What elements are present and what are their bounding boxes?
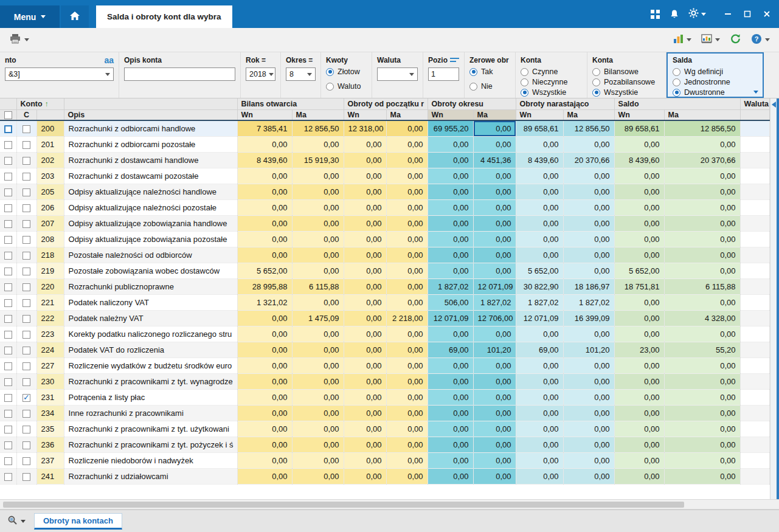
cell-obroty-od-poczatku-ma[interactable]: 0,00 bbox=[386, 247, 428, 263]
cell-obroty-okresu-wn[interactable]: 0,00 bbox=[428, 437, 473, 452]
cell-obroty-narastajaco-ma[interactable]: 0,00 bbox=[563, 389, 614, 405]
cell-obroty-okresu-ma[interactable]: 1 827,02 bbox=[473, 294, 516, 310]
cell-bilans-otwarcia-ma[interactable]: 12 856,50 bbox=[292, 120, 344, 136]
radio-wszystkie[interactable]: Wszystkie bbox=[592, 88, 661, 97]
c-cell[interactable] bbox=[16, 294, 36, 310]
notifications-bell-icon[interactable] bbox=[665, 0, 684, 28]
cell-bilans-otwarcia-wn[interactable]: 1 321,02 bbox=[237, 294, 292, 310]
cell-obroty-okresu-ma[interactable]: 0,00 bbox=[473, 358, 516, 373]
cell-saldo-wn[interactable]: 0,00 bbox=[614, 184, 664, 199]
sub-header-opis[interactable]: Opis bbox=[64, 109, 237, 120]
cell-obroty-okresu-wn[interactable]: 0,00 bbox=[428, 152, 473, 168]
c-checkbox[interactable] bbox=[23, 236, 30, 244]
cell-obroty-od-poczatku-ma[interactable]: 0,00 bbox=[386, 421, 428, 437]
table-row-223[interactable]: 223Korekty podatku naliczonego rozliczan… bbox=[0, 326, 769, 342]
table-row-222[interactable]: 222Podatek należny VAT0,001 475,090,002 … bbox=[0, 310, 769, 326]
c-cell[interactable] bbox=[16, 437, 36, 452]
cell-obroty-od-poczatku-ma[interactable]: 0,00 bbox=[386, 136, 428, 152]
cell-waluta[interactable] bbox=[740, 278, 769, 294]
group-header-konto[interactable]: Konto↑ bbox=[16, 98, 64, 109]
cell-waluta[interactable] bbox=[740, 373, 769, 389]
cell-bilans-otwarcia-ma[interactable]: 0,00 bbox=[292, 389, 344, 405]
row-select-cell[interactable] bbox=[0, 215, 16, 231]
cell-obroty-okresu-wn[interactable]: 0,00 bbox=[428, 468, 473, 484]
c-cell[interactable] bbox=[16, 310, 36, 326]
cell-saldo-ma[interactable]: 0,00 bbox=[664, 452, 740, 468]
c-cell[interactable] bbox=[16, 421, 36, 437]
cell-konto[interactable]: 220 bbox=[36, 278, 64, 294]
cell-obroty-narastajaco-wn[interactable]: 0,00 bbox=[516, 326, 563, 342]
row-checkbox[interactable] bbox=[4, 283, 12, 291]
cell-konto[interactable]: 219 bbox=[36, 263, 64, 278]
cell-obroty-od-poczatku-ma[interactable]: 0,00 bbox=[386, 231, 428, 247]
cell-waluta[interactable] bbox=[740, 231, 769, 247]
cell-waluta[interactable] bbox=[740, 215, 769, 231]
cell-opis[interactable]: Rozrachunki z dostawcami handlowe bbox=[64, 152, 237, 168]
cell-obroty-okresu-ma[interactable]: 0,00 bbox=[473, 184, 516, 199]
table-row-234[interactable]: 234Inne rozrachunki z pracownikami0,000,… bbox=[0, 405, 769, 421]
c-checkbox[interactable] bbox=[23, 204, 30, 212]
cell-obroty-narastajaco-wn[interactable]: 0,00 bbox=[516, 358, 563, 373]
table-row-202[interactable]: 202Rozrachunki z dostawcami handlowe8 43… bbox=[0, 152, 769, 168]
cell-obroty-od-poczatku-wn[interactable]: 0,00 bbox=[344, 452, 386, 468]
minimize-button[interactable] bbox=[718, 0, 738, 28]
sub-header-on-wn[interactable]: Wn bbox=[516, 109, 563, 120]
table-row-218[interactable]: 218Pozostałe należności od odbiorców0,00… bbox=[0, 247, 769, 263]
cell-saldo-wn[interactable]: 0,00 bbox=[614, 326, 664, 342]
cell-obroty-okresu-ma[interactable]: 4 451,36 bbox=[473, 152, 516, 168]
cell-waluta[interactable] bbox=[740, 263, 769, 278]
c-checkbox[interactable] bbox=[23, 125, 30, 133]
cell-obroty-okresu-wn[interactable]: 0,00 bbox=[428, 389, 473, 405]
row-checkbox[interactable] bbox=[4, 347, 12, 354]
levels-icon[interactable] bbox=[450, 58, 459, 62]
row-checkbox[interactable] bbox=[4, 268, 12, 275]
row-checkbox[interactable] bbox=[4, 125, 12, 133]
radio-dwustronne[interactable]: Dwustronne bbox=[673, 88, 758, 97]
row-select-cell[interactable] bbox=[0, 373, 16, 389]
cell-saldo-ma[interactable]: 0,00 bbox=[664, 294, 740, 310]
c-cell[interactable] bbox=[16, 389, 36, 405]
horizontal-scrollbar[interactable] bbox=[0, 499, 779, 510]
cell-saldo-wn[interactable]: 0,00 bbox=[614, 136, 664, 152]
sub-header-ok-wn[interactable]: Wn bbox=[428, 109, 473, 120]
cell-saldo-wn[interactable]: 0,00 bbox=[614, 294, 664, 310]
c-checkbox[interactable] bbox=[23, 220, 30, 228]
cell-obroty-od-poczatku-wn[interactable]: 0,00 bbox=[344, 184, 386, 199]
radio-waluto[interactable]: Waluto bbox=[326, 82, 367, 91]
cell-obroty-narastajaco-ma[interactable]: 0,00 bbox=[563, 437, 614, 452]
cell-obroty-narastajaco-wn[interactable]: 0,00 bbox=[516, 199, 563, 215]
cell-obroty-od-poczatku-ma[interactable]: 0,00 bbox=[386, 294, 428, 310]
table-row-206[interactable]: 206Odpisy aktualizujące należności pozos… bbox=[0, 199, 769, 215]
c-cell[interactable] bbox=[16, 452, 36, 468]
cell-bilans-otwarcia-wn[interactable]: 0,00 bbox=[237, 468, 292, 484]
close-button[interactable] bbox=[757, 0, 777, 28]
cell-obroty-narastajaco-ma[interactable]: 0,00 bbox=[563, 168, 614, 184]
cell-opis[interactable]: Rozrachunki z dostawcami pozostałe bbox=[64, 168, 237, 184]
cell-bilans-otwarcia-ma[interactable]: 0,00 bbox=[292, 231, 344, 247]
row-select-cell[interactable] bbox=[0, 294, 16, 310]
cell-obroty-narastajaco-ma[interactable]: 18 186,97 bbox=[563, 278, 614, 294]
c-cell[interactable] bbox=[16, 152, 36, 168]
row-select-cell[interactable] bbox=[0, 184, 16, 199]
cell-waluta[interactable] bbox=[740, 452, 769, 468]
cell-waluta[interactable] bbox=[740, 294, 769, 310]
cell-konto[interactable]: 234 bbox=[36, 405, 64, 421]
cell-obroty-od-poczatku-ma[interactable]: 0,00 bbox=[386, 389, 428, 405]
cell-obroty-narastajaco-ma[interactable]: 0,00 bbox=[563, 452, 614, 468]
cell-obroty-narastajaco-wn[interactable]: 0,00 bbox=[516, 405, 563, 421]
cell-obroty-narastajaco-ma[interactable]: 0,00 bbox=[563, 215, 614, 231]
cell-obroty-narastajaco-wn[interactable]: 0,00 bbox=[516, 231, 563, 247]
cell-obroty-okresu-ma[interactable]: 0,00 bbox=[473, 326, 516, 342]
row-select-cell[interactable] bbox=[0, 452, 16, 468]
cell-waluta[interactable] bbox=[740, 405, 769, 421]
cell-obroty-okresu-wn[interactable]: 0,00 bbox=[428, 421, 473, 437]
cell-waluta[interactable] bbox=[740, 120, 769, 136]
cell-obroty-okresu-wn[interactable]: 0,00 bbox=[428, 405, 473, 421]
collapse-panel-icon[interactable] bbox=[772, 102, 776, 108]
row-checkbox[interactable] bbox=[4, 252, 12, 260]
cell-saldo-ma[interactable]: 4 328,00 bbox=[664, 310, 740, 326]
table-row-203[interactable]: 203Rozrachunki z dostawcami pozostałe0,0… bbox=[0, 168, 769, 184]
c-checkbox[interactable] bbox=[23, 457, 30, 465]
table-row-235[interactable]: 235Rozrachunki z pracownikami z tyt. uży… bbox=[0, 421, 769, 437]
c-checkbox[interactable] bbox=[23, 347, 30, 354]
